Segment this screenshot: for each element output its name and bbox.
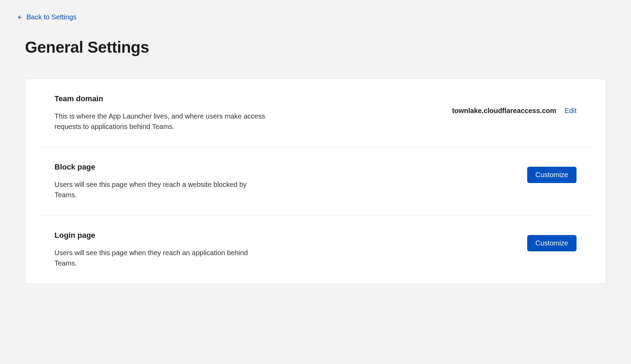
settings-card: Team domain This is where the App Launch… (25, 79, 606, 284)
back-to-settings-link[interactable]: Back to Settings (17, 13, 77, 21)
customize-login-page-button[interactable]: Customize (527, 235, 577, 251)
customize-block-page-button[interactable]: Customize (527, 167, 577, 183)
page-title: General Settings (25, 38, 631, 57)
team-domain-section: Team domain This is where the App Launch… (25, 79, 606, 147)
login-page-title: Login page (54, 231, 270, 240)
login-page-section: Login page Users will see this page when… (39, 215, 592, 284)
edit-team-domain-link[interactable]: Edit (565, 107, 577, 115)
block-page-title: Block page (54, 163, 270, 172)
block-page-description: Users will see this page when they reach… (54, 179, 270, 200)
login-page-description: Users will see this page when they reach… (54, 248, 270, 268)
team-domain-value: townlake.cloudflareaccess.com (452, 107, 556, 115)
block-page-section: Block page Users will see this page when… (39, 147, 592, 215)
team-domain-description: This is where the App Launcher lives, an… (54, 111, 270, 132)
team-domain-title: Team domain (54, 94, 270, 103)
back-link-label: Back to Settings (26, 13, 77, 21)
arrow-left-icon (17, 15, 22, 20)
